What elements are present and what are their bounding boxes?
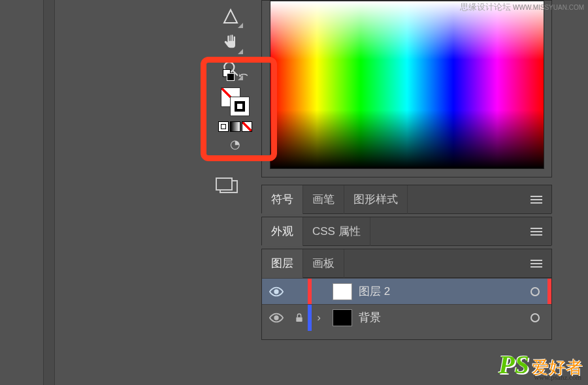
svg-rect-5 (296, 317, 302, 322)
panel-menu-icon[interactable] (521, 228, 551, 236)
svg-marker-0 (224, 10, 237, 23)
layer-name: 背景 (359, 310, 381, 325)
watermark-top: 思缘设计论坛 WWW.MISSYUAN.COM (460, 1, 584, 13)
layer-row[interactable]: › 背景 (262, 304, 551, 330)
visibility-icon[interactable] (262, 285, 291, 299)
target-icon[interactable] (531, 287, 540, 296)
screen-mode-icon[interactable] (220, 168, 238, 193)
panel-menu-icon[interactable] (521, 196, 551, 204)
layer-name: 图层 2 (359, 284, 390, 299)
annotation-highlight (201, 57, 277, 161)
visibility-icon[interactable] (262, 311, 291, 325)
shape-tool[interactable] (217, 3, 244, 29)
symbols-panel: 符号 画笔 图形样式 (261, 185, 552, 213)
tab-layers[interactable]: 图层 (262, 249, 303, 278)
tab-symbols[interactable]: 符号 (262, 185, 303, 214)
tab-graphic-styles[interactable]: 图形样式 (344, 185, 408, 214)
tab-artboards[interactable]: 画板 (303, 249, 344, 278)
canvas-scrollbar[interactable] (43, 0, 55, 385)
layer-thumbnail (333, 309, 352, 326)
watermark-bottom: PS 爱好者 www.psahz.com (498, 349, 583, 380)
hand-tool[interactable] (217, 29, 244, 55)
lock-icon[interactable] (291, 313, 308, 323)
layer-color (308, 279, 312, 305)
panel-menu-icon[interactable] (521, 260, 551, 268)
appearance-panel: 外观 CSS 属性 (261, 217, 552, 245)
tab-appearance[interactable]: 外观 (262, 217, 303, 246)
layers-panel: 图层 画板 图层 2 › 背景 (261, 249, 552, 340)
svg-point-3 (274, 290, 278, 294)
selection-indicator (547, 279, 551, 304)
tab-brushes[interactable]: 画笔 (303, 185, 344, 214)
layer-thumbnail (333, 283, 352, 300)
tab-css-properties[interactable]: CSS 属性 (303, 217, 370, 246)
layer-row[interactable]: 图层 2 (262, 278, 551, 304)
target-icon[interactable] (531, 313, 540, 322)
color-panel (261, 0, 552, 177)
color-spectrum[interactable] (270, 1, 544, 169)
expand-icon[interactable]: › (312, 311, 326, 324)
svg-point-4 (274, 316, 278, 320)
